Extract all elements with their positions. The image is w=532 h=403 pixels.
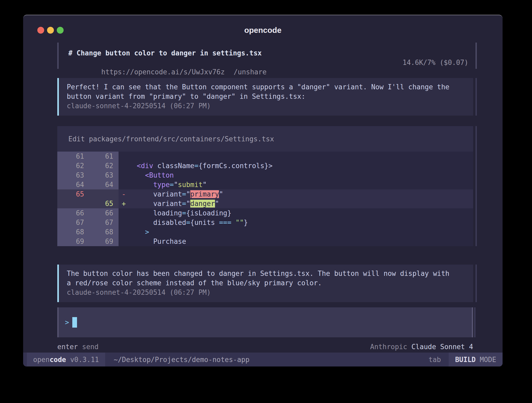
window-title: opencode [23, 26, 503, 35]
diff-row: 65- variant="primary" [57, 189, 473, 199]
diff-marker [119, 227, 129, 237]
old-line-number: 61 [57, 152, 84, 161]
mode-toggle-segment[interactable]: BUILD MODE [449, 353, 503, 366]
new-line-number: 67 [84, 218, 113, 227]
old-line-number [57, 199, 84, 208]
provider-name: Anthropic [370, 343, 407, 351]
new-line-number: 64 [84, 180, 113, 189]
working-directory: ~/Desktop/Projects/demo-notes-app [105, 356, 249, 364]
old-line-number: 66 [57, 208, 84, 218]
diff-gutter: 6868 [57, 227, 119, 237]
code-line: disabled={units === ""} [129, 218, 473, 227]
text-cursor [72, 317, 77, 328]
code-line: > [129, 227, 473, 237]
diff-marker [119, 152, 129, 161]
message-model-meta: claude-sonnet-4-20250514 (06:27 PM) [67, 288, 468, 297]
old-line-number: 67 [57, 218, 84, 227]
message-model-meta: claude-sonnet-4-20250514 (06:27 PM) [67, 101, 468, 111]
mode-name: BUILD [455, 356, 475, 364]
share-url-link[interactable]: https://opencode.ai/s/UwJxv76z [101, 68, 225, 76]
diff-gutter: 6969 [57, 237, 119, 246]
diff-gutter: 6161 [57, 152, 119, 161]
code-line: variant="primary" [129, 189, 473, 199]
old-line-number: 62 [57, 161, 84, 170]
app-name-code: code [50, 356, 66, 364]
new-line-number: 61 [84, 152, 113, 161]
message-text-line: button variant from "primary" to "danger… [67, 92, 468, 101]
enter-key-hint: enter [57, 343, 78, 351]
diff-file-title: Edit packages/frontend/src/containers/Se… [57, 126, 473, 152]
old-line-number: 69 [57, 237, 84, 246]
mode-suffix: MODE [476, 356, 496, 364]
session-header: # Change button color to danger in setti… [57, 43, 473, 69]
diff-gutter: 6262 [57, 161, 119, 170]
diff-row: 6868 > [57, 227, 473, 237]
new-line-number: 69 [84, 237, 113, 246]
diff-marker [119, 180, 129, 189]
new-line-number: 62 [84, 161, 113, 170]
session-title: # Change button color to danger in setti… [68, 48, 473, 58]
new-line-number [84, 189, 113, 199]
diff-rows: 61616262 <div className={formCs.controls… [57, 152, 473, 246]
message-text-line: a red/rose color scheme instead of the b… [67, 278, 468, 288]
code-line: Purchase [129, 237, 473, 246]
app-name-open: open [33, 356, 50, 364]
diff-gutter: 65 [57, 199, 119, 208]
diff-row: 6969 Purchase [57, 237, 473, 246]
code-line: loading={isLoading} [129, 208, 473, 218]
diff-gutter: 65 [57, 189, 119, 199]
composer-hints: entersend AnthropicClaude Sonnet 4 [57, 343, 473, 351]
send-action-hint: send [82, 343, 99, 351]
diff-row: 6363 <Button [57, 170, 473, 180]
model-indicator: AnthropicClaude Sonnet 4 [370, 343, 473, 351]
diff-row: 6262 <div className={formCs.controls}> [57, 161, 473, 170]
window-titlebar: opencode [23, 15, 503, 31]
diff-gutter: 6767 [57, 218, 119, 227]
diff-marker [119, 208, 129, 218]
code-line: <div className={formCs.controls}> [129, 161, 473, 170]
old-line-number: 65 [57, 189, 84, 199]
diff-row: 6464 type="submit" [57, 180, 473, 189]
message-text-line: The button color has been changed to dan… [67, 269, 468, 278]
status-bar: opencode v0.3.11 ~/Desktop/Projects/demo… [23, 353, 503, 366]
new-line-number: 63 [84, 170, 113, 180]
diff-marker: + [119, 199, 129, 208]
old-line-number: 68 [57, 227, 84, 237]
model-name: Claude Sonnet 4 [411, 343, 473, 351]
code-line [129, 152, 473, 161]
diff-panel: Edit packages/frontend/src/containers/Se… [57, 126, 473, 246]
unshare-command[interactable]: /unshare [234, 68, 267, 76]
diff-gutter: 6464 [57, 180, 119, 189]
diff-row: 6767 disabled={units === ""} [57, 218, 473, 227]
app-version: v0.3.11 [66, 356, 99, 364]
diff-row: 65+ variant="danger" [57, 199, 473, 208]
diff-row: 6161 [57, 152, 473, 161]
prompt-input[interactable]: > [57, 307, 473, 337]
prompt-chevron: > [65, 318, 69, 326]
code-line: variant="danger" [129, 199, 473, 208]
app-version-segment: opencode v0.3.11 [27, 353, 105, 366]
old-line-number: 63 [57, 170, 84, 180]
diff-row: 6666 loading={isLoading} [57, 208, 473, 218]
message-text-line: Perfect! I can see that the Button compo… [67, 82, 468, 92]
diff-marker [119, 170, 129, 180]
diff-marker [119, 237, 129, 246]
assistant-message: The button color has been changed to dan… [57, 265, 473, 302]
assistant-message: Perfect! I can see that the Button compo… [57, 78, 473, 116]
tab-key-hint: tab [428, 356, 449, 364]
diff-marker [119, 161, 129, 170]
new-line-number: 66 [84, 208, 113, 218]
send-hint: entersend [57, 343, 99, 351]
new-line-number: 65 [84, 199, 113, 208]
new-line-number: 68 [84, 227, 113, 237]
diff-marker: - [119, 189, 129, 199]
code-line: type="submit" [129, 180, 473, 189]
code-line: <Button [129, 170, 473, 180]
diff-marker [119, 218, 129, 227]
diff-gutter: 6363 [57, 170, 119, 180]
diff-gutter: 6666 [57, 208, 119, 218]
old-line-number: 64 [57, 180, 84, 189]
opencode-terminal-window: opencode # Change button color to danger… [23, 15, 503, 366]
